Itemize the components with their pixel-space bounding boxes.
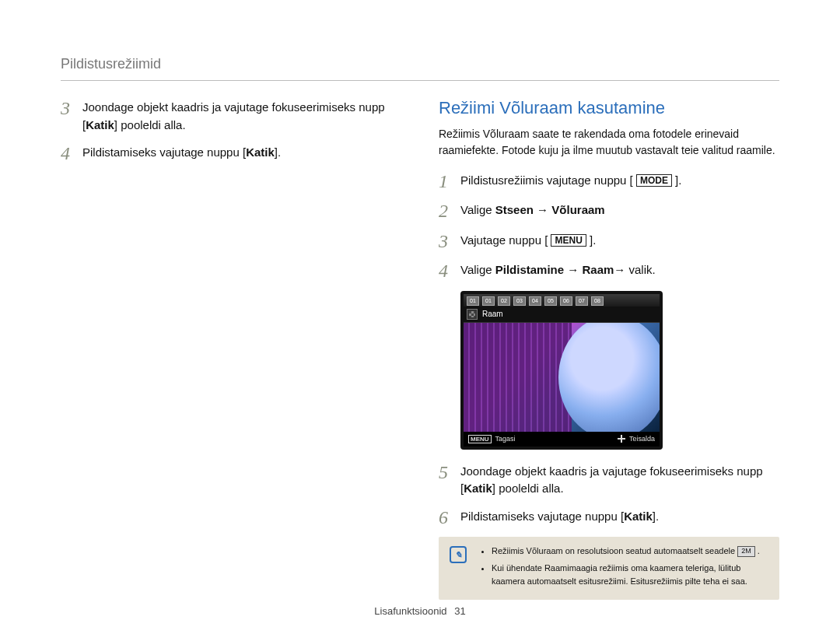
- screenshot-mode-row: Raam: [464, 306, 660, 323]
- text: ] pooleldi alla.: [114, 118, 186, 131]
- text: Kui ühendate Raamimaagia režiimis oma ka…: [492, 563, 747, 586]
- text: Vajutage nuppu [: [460, 233, 551, 247]
- step-text: Valige Stseen → Võluraam: [460, 201, 605, 221]
- section-title: Režiimi Võluraam kasutamine: [439, 98, 779, 118]
- note-list: Režiimis Võluraam on resolutsioon seatud…: [479, 545, 768, 593]
- step-number: 5: [439, 462, 460, 498]
- text: Pildistusrežiimis vajutage nuppu [: [460, 173, 636, 187]
- step-text: Pildistusrežiimis vajutage nuppu [ MODE …: [460, 171, 681, 191]
- text: → valik.: [614, 263, 655, 276]
- menu-icon: MENU: [468, 435, 492, 443]
- frame-tab-icon: 08: [591, 296, 604, 306]
- frame-tab-icon: 05: [544, 296, 557, 306]
- screenshot-mode-label: Raam: [482, 310, 503, 318]
- step-number: 4: [61, 143, 82, 163]
- step-text: Pildistamiseks vajutage nuppu [Katik].: [82, 143, 281, 163]
- back-label: Tagasi: [495, 435, 516, 443]
- text-bold: Katik: [464, 482, 492, 495]
- menu-button-label: MENU: [551, 234, 586, 247]
- text: Valige: [460, 263, 495, 276]
- screenshot-bottom-bar: MENU Tagasi Teisalda: [464, 432, 660, 447]
- camera-ui-screenshot: 01 01 02 03 04 05 06 07 08 Raam: [460, 291, 663, 450]
- step-number: 3: [439, 231, 460, 251]
- note-item: Režiimis Võluraam on resolutsioon seatud…: [492, 545, 768, 558]
- step-number: 6: [439, 507, 460, 527]
- page-number: 31: [454, 605, 465, 617]
- text: .: [755, 546, 760, 555]
- step-text: Vajutage nuppu [ MENU ].: [460, 231, 596, 251]
- dpad-move-icon: [618, 435, 625, 443]
- screenshot-preview: [464, 323, 660, 432]
- content-columns: 3 Joondage objekt kaadris ja vajutage fo…: [61, 98, 779, 600]
- step-text: Valige Pildistamine → Raam→ valik.: [460, 261, 656, 281]
- text-bold: Katik: [86, 118, 114, 131]
- frame-tab-icon: 03: [513, 296, 526, 306]
- step-number: 1: [439, 171, 460, 191]
- note-icon: ✎: [450, 546, 467, 563]
- mannequin-head: [558, 323, 660, 432]
- resolution-badge: 2M: [737, 546, 755, 557]
- text: ].: [672, 173, 682, 187]
- footer-section: Lisafunktsioonid: [374, 605, 446, 617]
- text: ].: [653, 510, 659, 523]
- text: ] pooleldi alla.: [492, 482, 564, 495]
- text-bold: Pildistamine → Raam: [495, 263, 614, 276]
- frame-tab-icon: 04: [529, 296, 541, 306]
- step-number: 4: [439, 261, 460, 281]
- text-bold: Katik: [624, 510, 653, 523]
- frame-tab-icon: 06: [560, 296, 572, 306]
- text-bold: Stseen → Võluraam: [495, 203, 605, 216]
- step-text: Pildistamiseks vajutage nuppu [Katik].: [460, 507, 659, 527]
- grid-icon: [467, 309, 478, 320]
- text: ].: [275, 145, 281, 159]
- frame-tab-icon: 01: [467, 296, 479, 306]
- text: Režiimis Võluraam on resolutsioon seatud…: [492, 546, 737, 555]
- frame-tab-icon: 01: [482, 296, 495, 306]
- right-column: Režiimi Võluraam kasutamine Režiimis Võl…: [439, 98, 779, 600]
- page-footer: Lisafunktsioonid 31: [0, 605, 840, 617]
- mode-button-label: MODE: [636, 174, 672, 187]
- step-text: Joondage objekt kaadris ja vajutage foku…: [82, 98, 401, 134]
- section-intro: Režiimis Võluraam saate te rakendada oma…: [439, 126, 779, 159]
- frame-tab-icon: 02: [498, 296, 510, 306]
- frame-tab-icon: 07: [576, 296, 588, 306]
- note-item: Kui ühendate Raamimaagia režiimis oma ka…: [492, 562, 768, 587]
- graffiti-wall: [464, 323, 572, 432]
- text: Valige: [460, 203, 495, 216]
- screenshot-tab-row: 01 01 02 03 04 05 06 07 08: [464, 294, 660, 306]
- page-header: Pildistusrežiimid: [61, 56, 779, 81]
- step-text: Joondage objekt kaadris ja vajutage foku…: [460, 462, 779, 498]
- text: Pildistamiseks vajutage nuppu [: [460, 510, 624, 523]
- step-number: 3: [61, 98, 82, 134]
- text: Pildistamiseks vajutage nuppu [: [82, 145, 246, 159]
- info-note: ✎ Režiimis Võluraam on resolutsioon seat…: [439, 537, 779, 601]
- step-number: 2: [439, 201, 460, 221]
- text-bold: Katik: [246, 145, 275, 159]
- move-label: Teisalda: [629, 435, 655, 443]
- left-column: 3 Joondage objekt kaadris ja vajutage fo…: [61, 98, 401, 600]
- text: ].: [586, 233, 597, 247]
